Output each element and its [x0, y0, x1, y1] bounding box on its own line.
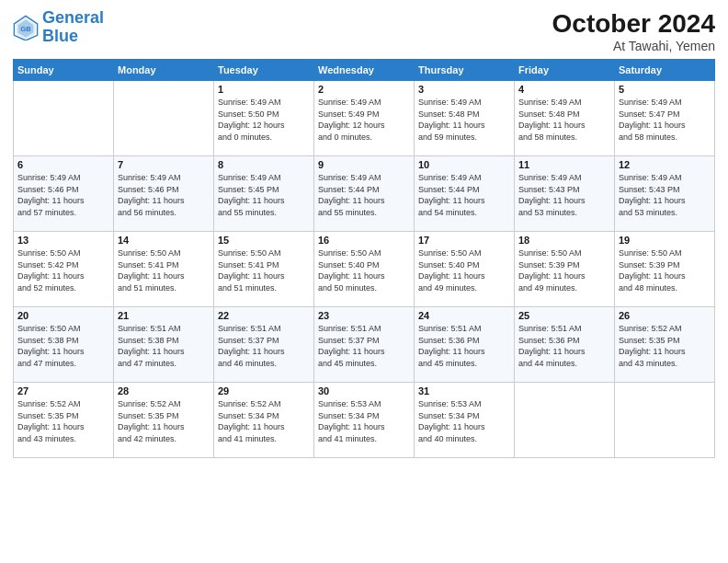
day-info-3-1: Sunrise: 5:51 AM Sunset: 5:38 PM Dayligh… — [118, 323, 210, 369]
cell-4-5 — [515, 383, 615, 458]
day-info-3-0: Sunrise: 5:50 AM Sunset: 5:38 PM Dayligh… — [17, 323, 109, 369]
day-info-1-2: Sunrise: 5:49 AM Sunset: 5:45 PM Dayligh… — [218, 172, 310, 218]
cell-3-3: 23Sunrise: 5:51 AM Sunset: 5:37 PM Dayli… — [314, 307, 415, 383]
day-info-1-5: Sunrise: 5:49 AM Sunset: 5:43 PM Dayligh… — [518, 172, 610, 218]
day-number-1-0: 6 — [17, 159, 109, 170]
day-info-4-2: Sunrise: 5:52 AM Sunset: 5:34 PM Dayligh… — [218, 398, 310, 444]
cell-1-2: 8Sunrise: 5:49 AM Sunset: 5:45 PM Daylig… — [214, 156, 314, 232]
day-number-3-3: 23 — [318, 310, 410, 321]
day-info-0-3: Sunrise: 5:49 AM Sunset: 5:49 PM Dayligh… — [318, 97, 410, 143]
cell-4-2: 29Sunrise: 5:52 AM Sunset: 5:34 PM Dayli… — [214, 383, 314, 458]
header-sunday: Sunday — [14, 60, 114, 81]
day-number-0-4: 3 — [418, 84, 510, 95]
month-title: October 2024 — [552, 9, 715, 39]
day-number-2-4: 17 — [418, 235, 510, 246]
day-info-1-1: Sunrise: 5:49 AM Sunset: 5:46 PM Dayligh… — [118, 172, 210, 218]
day-number-1-4: 10 — [418, 159, 510, 170]
day-number-2-3: 16 — [318, 235, 410, 246]
day-number-4-4: 31 — [418, 385, 510, 396]
day-info-4-4: Sunrise: 5:53 AM Sunset: 5:34 PM Dayligh… — [418, 398, 510, 444]
day-number-1-1: 7 — [118, 159, 210, 170]
day-number-4-1: 28 — [118, 385, 210, 396]
cell-2-0: 13Sunrise: 5:50 AM Sunset: 5:42 PM Dayli… — [14, 232, 114, 307]
day-number-1-6: 12 — [619, 159, 711, 170]
day-number-3-5: 25 — [518, 310, 610, 321]
cell-4-1: 28Sunrise: 5:52 AM Sunset: 5:35 PM Dayli… — [114, 383, 214, 458]
day-info-4-0: Sunrise: 5:52 AM Sunset: 5:35 PM Dayligh… — [17, 398, 109, 444]
cell-2-1: 14Sunrise: 5:50 AM Sunset: 5:41 PM Dayli… — [114, 232, 214, 307]
cell-4-3: 30Sunrise: 5:53 AM Sunset: 5:34 PM Dayli… — [314, 383, 415, 458]
logo-line2: Blue — [42, 27, 78, 45]
day-info-2-4: Sunrise: 5:50 AM Sunset: 5:40 PM Dayligh… — [418, 247, 510, 293]
cell-2-6: 19Sunrise: 5:50 AM Sunset: 5:39 PM Dayli… — [615, 232, 715, 307]
logo: GB General Blue — [13, 9, 104, 46]
day-info-3-6: Sunrise: 5:52 AM Sunset: 5:35 PM Dayligh… — [619, 323, 711, 369]
header-saturday: Saturday — [615, 60, 715, 81]
day-info-4-1: Sunrise: 5:52 AM Sunset: 5:35 PM Dayligh… — [118, 398, 210, 444]
day-number-3-1: 21 — [118, 310, 210, 321]
day-info-1-6: Sunrise: 5:49 AM Sunset: 5:43 PM Dayligh… — [619, 172, 711, 218]
day-info-0-2: Sunrise: 5:49 AM Sunset: 5:50 PM Dayligh… — [218, 97, 310, 143]
header: GB General Blue October 2024 At Tawahi, … — [13, 9, 715, 53]
cell-2-2: 15Sunrise: 5:50 AM Sunset: 5:41 PM Dayli… — [214, 232, 314, 307]
location: At Tawahi, Yemen — [552, 39, 715, 53]
logo-text: General Blue — [42, 9, 104, 46]
day-info-2-6: Sunrise: 5:50 AM Sunset: 5:39 PM Dayligh… — [619, 247, 711, 293]
week-row-3: 20Sunrise: 5:50 AM Sunset: 5:38 PM Dayli… — [14, 307, 715, 383]
cell-2-3: 16Sunrise: 5:50 AM Sunset: 5:40 PM Dayli… — [314, 232, 415, 307]
day-number-3-6: 26 — [619, 310, 711, 321]
day-info-3-4: Sunrise: 5:51 AM Sunset: 5:36 PM Dayligh… — [418, 323, 510, 369]
day-info-2-0: Sunrise: 5:50 AM Sunset: 5:42 PM Dayligh… — [17, 247, 109, 293]
cell-4-4: 31Sunrise: 5:53 AM Sunset: 5:34 PM Dayli… — [415, 383, 515, 458]
day-number-1-2: 8 — [218, 159, 310, 170]
cell-4-0: 27Sunrise: 5:52 AM Sunset: 5:35 PM Dayli… — [14, 383, 114, 458]
logo-line1: General — [42, 8, 104, 27]
week-row-0: 1Sunrise: 5:49 AM Sunset: 5:50 PM Daylig… — [14, 81, 715, 156]
cell-3-4: 24Sunrise: 5:51 AM Sunset: 5:36 PM Dayli… — [415, 307, 515, 383]
day-number-2-2: 15 — [218, 235, 310, 246]
day-info-3-3: Sunrise: 5:51 AM Sunset: 5:37 PM Dayligh… — [318, 323, 410, 369]
cell-0-6: 5Sunrise: 5:49 AM Sunset: 5:47 PM Daylig… — [615, 81, 715, 156]
cell-3-2: 22Sunrise: 5:51 AM Sunset: 5:37 PM Dayli… — [214, 307, 314, 383]
cell-3-5: 25Sunrise: 5:51 AM Sunset: 5:36 PM Dayli… — [515, 307, 615, 383]
cell-2-4: 17Sunrise: 5:50 AM Sunset: 5:40 PM Dayli… — [415, 232, 515, 307]
header-friday: Friday — [515, 60, 615, 81]
day-number-2-1: 14 — [118, 235, 210, 246]
header-wednesday: Wednesday — [314, 60, 415, 81]
week-row-2: 13Sunrise: 5:50 AM Sunset: 5:42 PM Dayli… — [14, 232, 715, 307]
page: GB General Blue October 2024 At Tawahi, … — [0, 0, 728, 563]
cell-1-1: 7Sunrise: 5:49 AM Sunset: 5:46 PM Daylig… — [114, 156, 214, 232]
day-info-0-5: Sunrise: 5:49 AM Sunset: 5:48 PM Dayligh… — [518, 97, 610, 143]
day-number-2-0: 13 — [17, 235, 109, 246]
day-number-0-5: 4 — [518, 84, 610, 95]
week-row-4: 27Sunrise: 5:52 AM Sunset: 5:35 PM Dayli… — [14, 383, 715, 458]
day-info-0-4: Sunrise: 5:49 AM Sunset: 5:48 PM Dayligh… — [418, 97, 510, 143]
cell-0-4: 3Sunrise: 5:49 AM Sunset: 5:48 PM Daylig… — [415, 81, 515, 156]
day-info-2-5: Sunrise: 5:50 AM Sunset: 5:39 PM Dayligh… — [518, 247, 610, 293]
day-number-0-3: 2 — [318, 84, 410, 95]
header-monday: Monday — [114, 60, 214, 81]
day-number-3-0: 20 — [17, 310, 109, 321]
day-info-2-1: Sunrise: 5:50 AM Sunset: 5:41 PM Dayligh… — [118, 247, 210, 293]
day-number-4-0: 27 — [17, 385, 109, 396]
cell-1-6: 12Sunrise: 5:49 AM Sunset: 5:43 PM Dayli… — [615, 156, 715, 232]
day-number-3-4: 24 — [418, 310, 510, 321]
cell-0-1 — [114, 81, 214, 156]
svg-text:GB: GB — [20, 25, 31, 33]
cell-1-3: 9Sunrise: 5:49 AM Sunset: 5:44 PM Daylig… — [314, 156, 415, 232]
cell-3-1: 21Sunrise: 5:51 AM Sunset: 5:38 PM Dayli… — [114, 307, 214, 383]
cell-2-5: 18Sunrise: 5:50 AM Sunset: 5:39 PM Dayli… — [515, 232, 615, 307]
week-row-1: 6Sunrise: 5:49 AM Sunset: 5:46 PM Daylig… — [14, 156, 715, 232]
day-number-0-2: 1 — [218, 84, 310, 95]
cell-1-5: 11Sunrise: 5:49 AM Sunset: 5:43 PM Dayli… — [515, 156, 615, 232]
weekday-header-row: Sunday Monday Tuesday Wednesday Thursday… — [14, 60, 715, 81]
day-info-2-2: Sunrise: 5:50 AM Sunset: 5:41 PM Dayligh… — [218, 247, 310, 293]
cell-3-6: 26Sunrise: 5:52 AM Sunset: 5:35 PM Dayli… — [615, 307, 715, 383]
day-number-3-2: 22 — [218, 310, 310, 321]
day-number-4-2: 29 — [218, 385, 310, 396]
day-number-4-3: 30 — [318, 385, 410, 396]
day-info-1-3: Sunrise: 5:49 AM Sunset: 5:44 PM Dayligh… — [318, 172, 410, 218]
title-area: October 2024 At Tawahi, Yemen — [552, 9, 715, 53]
cell-4-6 — [615, 383, 715, 458]
cell-0-3: 2Sunrise: 5:49 AM Sunset: 5:49 PM Daylig… — [314, 81, 415, 156]
